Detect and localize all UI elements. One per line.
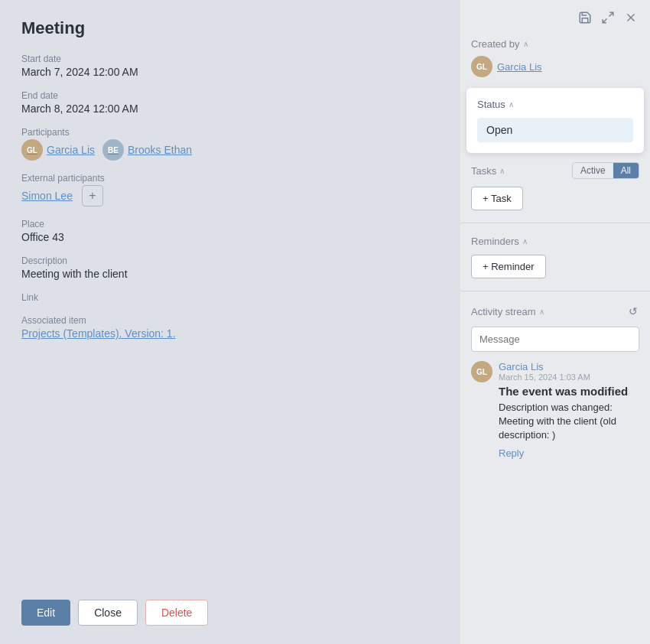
edit-button[interactable]: Edit	[21, 600, 70, 626]
close-icon-button[interactable]	[622, 9, 639, 29]
start-date-value: March 7, 2024 12:00 AM	[21, 66, 439, 78]
created-by-chevron: ∧	[523, 40, 528, 48]
tasks-section: Tasks ∧ Active All + Task	[460, 153, 650, 220]
description-value: Meeting with the client	[21, 268, 439, 280]
expand-icon-button[interactable]	[600, 9, 616, 29]
message-input[interactable]	[471, 327, 639, 352]
description-group: Description Meeting with the client	[21, 255, 439, 280]
activity-detail: Description was changed: Meeting with th…	[499, 401, 639, 443]
participant-brooks[interactable]: BE Brooks Ethan	[102, 139, 192, 161]
participant-garcia[interactable]: GL Garcia Lis	[21, 139, 95, 161]
activity-header: Activity stream ∧ ↺	[471, 304, 639, 319]
add-task-button[interactable]: + Task	[471, 187, 523, 210]
avatar-brooks: BE	[102, 139, 124, 161]
place-value: Office 43	[21, 231, 439, 243]
creator-row: GL Garcia Lis	[471, 56, 639, 77]
associated-group: Associated item Projects (Templates). Ve…	[21, 315, 439, 340]
created-by-header[interactable]: Created by ∧	[471, 38, 639, 50]
activity-event: The event was modified	[499, 385, 639, 398]
activity-user[interactable]: Garcia Lis	[499, 361, 639, 372]
reminders-section: Reminders ∧ + Reminder	[460, 226, 650, 288]
page-title: Meeting	[21, 18, 439, 38]
save-icon-button[interactable]	[577, 9, 593, 29]
external-simon[interactable]: Simon Lee	[21, 190, 73, 202]
creator-name[interactable]: Garcia Lis	[497, 61, 542, 73]
filter-active-button[interactable]: Active	[573, 163, 613, 178]
description-label: Description	[21, 255, 439, 266]
reminders-header[interactable]: Reminders ∧	[471, 236, 639, 247]
external-row: Simon Lee +	[21, 185, 439, 207]
link-label: Link	[21, 292, 439, 303]
reply-link[interactable]: Reply	[499, 447, 524, 459]
status-header[interactable]: Status ∧	[477, 99, 633, 110]
external-participants-group: External participants Simon Lee +	[21, 173, 439, 207]
svg-line-1	[603, 19, 606, 23]
left-panel: Meeting Start date March 7, 2024 12:00 A…	[0, 0, 460, 644]
status-option-open[interactable]: Open	[477, 118, 633, 142]
external-label: External participants	[21, 173, 439, 184]
link-group: Link	[21, 292, 439, 303]
participants-label: Participants	[21, 127, 439, 138]
add-reminder-button[interactable]: + Reminder	[471, 255, 546, 278]
tasks-header: Tasks ∧ Active All	[471, 162, 639, 179]
end-date-label: End date	[21, 90, 439, 101]
bottom-actions: Edit Close Delete	[21, 600, 208, 626]
close-button[interactable]: Close	[78, 600, 138, 626]
activity-time: March 15, 2024 1:03 AM	[499, 372, 639, 382]
activity-title[interactable]: Activity stream ∧	[471, 306, 544, 317]
participants-group: Participants GL Garcia Lis BE Brooks Eth…	[21, 127, 439, 161]
place-group: Place Office 43	[21, 219, 439, 243]
status-dropdown: Status ∧ Open	[466, 88, 644, 153]
place-label: Place	[21, 219, 439, 229]
divider-1	[460, 223, 650, 223]
start-date-group: Start date March 7, 2024 12:00 AM	[21, 54, 439, 78]
refresh-button[interactable]: ↺	[627, 304, 639, 319]
avatar-garcia: GL	[21, 139, 43, 161]
divider-2	[460, 291, 650, 291]
activity-chevron: ∧	[539, 307, 544, 316]
end-date-value: March 8, 2024 12:00 AM	[21, 102, 439, 115]
delete-button[interactable]: Delete	[145, 600, 208, 626]
end-date-group: End date March 8, 2024 12:00 AM	[21, 90, 439, 115]
creator-avatar: GL	[471, 56, 492, 77]
activity-section: Activity stream ∧ ↺ GL Garcia Lis March …	[460, 294, 650, 644]
add-external-button[interactable]: +	[82, 185, 103, 207]
status-chevron: ∧	[509, 100, 514, 109]
associated-label: Associated item	[21, 315, 439, 326]
svg-line-0	[609, 12, 613, 16]
activity-avatar: GL	[471, 361, 492, 382]
filter-all-button[interactable]: All	[613, 163, 639, 178]
start-date-label: Start date	[21, 54, 439, 64]
right-panel: Created by ∧ GL Garcia Lis Status ∧ Open…	[460, 0, 650, 644]
activity-content: Garcia Lis March 15, 2024 1:03 AM The ev…	[499, 361, 639, 460]
top-bar	[460, 0, 650, 38]
tasks-chevron: ∧	[499, 167, 505, 175]
participants-row: GL Garcia Lis BE Brooks Ethan	[21, 139, 439, 161]
tasks-filter: Active All	[572, 162, 639, 179]
created-by-section: Created by ∧ GL Garcia Lis	[460, 38, 650, 88]
activity-item: GL Garcia Lis March 15, 2024 1:03 AM The…	[471, 361, 639, 460]
reminders-chevron: ∧	[522, 237, 528, 246]
tasks-title[interactable]: Tasks ∧	[471, 165, 505, 177]
associated-value[interactable]: Projects (Templates). Version: 1.	[21, 327, 439, 340]
